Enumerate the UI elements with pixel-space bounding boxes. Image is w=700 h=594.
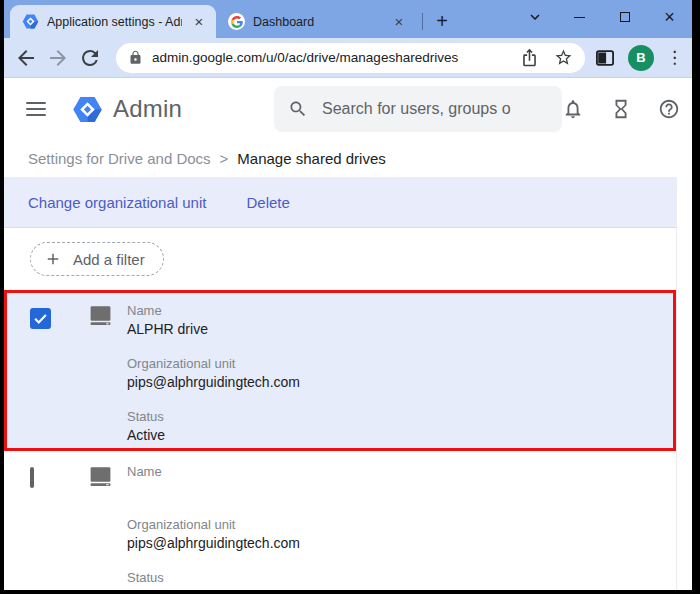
breadcrumb-current: Manage shared drives <box>237 150 385 167</box>
tab-admin-settings[interactable]: Application settings - Admin × <box>10 5 216 38</box>
help-icon[interactable] <box>658 98 680 120</box>
url-text: admin.google.com/u/0/ac/drive/manageshar… <box>152 50 505 65</box>
toolbar-right: B ⋮ <box>594 45 682 71</box>
close-window-button[interactable]: × <box>647 0 692 34</box>
forward-icon[interactable] <box>46 46 70 70</box>
shared-drive-icon <box>88 464 113 489</box>
scrollbar-track[interactable] <box>676 177 692 590</box>
breadcrumb: Settings for Drive and Docs > Manage sha… <box>4 140 692 177</box>
new-tab-button[interactable]: + <box>429 8 455 34</box>
google-favicon-icon <box>228 13 245 30</box>
window-controls: × <box>512 0 692 38</box>
status-value <box>127 588 300 590</box>
header-icons <box>562 98 680 120</box>
row-checkbox-checked[interactable] <box>30 308 51 329</box>
drive-icon-column <box>88 303 127 448</box>
checkbox-column <box>30 464 88 590</box>
tab-dashboard[interactable]: Dashboard × <box>216 5 416 38</box>
add-filter-label: Add a filter <box>73 251 145 268</box>
organizational-unit-field: Organizational unit pips@alphrguidingtec… <box>127 356 300 391</box>
delete-button[interactable]: Delete <box>246 194 289 211</box>
breadcrumb-separator: > <box>220 150 229 167</box>
profile-avatar[interactable]: B <box>628 45 654 71</box>
reload-icon[interactable] <box>78 46 102 70</box>
checkbox-column <box>30 303 88 448</box>
breadcrumb-parent[interactable]: Settings for Drive and Docs <box>28 150 211 167</box>
row-fields: Name ALPHR drive Organizational unit pip… <box>127 303 300 448</box>
organizational-unit-value: pips@alphrguidingtech.com <box>127 374 300 391</box>
row-fields: Name Organizational unit pips@alphrguidi… <box>127 464 300 590</box>
plus-icon <box>44 250 62 268</box>
status-field: Status Active <box>127 409 300 444</box>
name-field: Name <box>127 464 300 499</box>
address-bar[interactable]: admin.google.com/u/0/ac/drive/manageshar… <box>116 43 585 73</box>
chrome-menu-chevron-icon[interactable] <box>512 0 557 34</box>
drive-icon-column <box>88 464 127 590</box>
search-input[interactable]: Search for users, groups o <box>274 86 562 132</box>
status-field: Status <box>127 570 300 590</box>
status-value: Active <box>127 427 300 444</box>
maximize-button[interactable] <box>602 0 647 34</box>
shared-drive-icon <box>88 303 113 328</box>
bookmark-star-icon[interactable] <box>554 48 573 67</box>
name-value <box>127 482 300 499</box>
side-panel-icon[interactable] <box>594 47 616 69</box>
tab-title: Dashboard <box>253 15 382 29</box>
name-field: Name ALPHR drive <box>127 303 300 338</box>
organizational-unit-label: Organizational unit <box>127 356 300 371</box>
tab-close-icon[interactable]: × <box>390 13 408 31</box>
browser-toolbar: admin.google.com/u/0/ac/drive/manageshar… <box>4 38 692 78</box>
name-label: Name <box>127 303 300 318</box>
organizational-unit-value: pips@alphrguidingtech.com <box>127 535 300 552</box>
admin-header: Admin Search for users, groups o <box>4 78 692 140</box>
tab-close-icon[interactable]: × <box>190 13 208 31</box>
search-placeholder: Search for users, groups o <box>322 100 511 118</box>
tab-strip: Application settings - Admin × Dashboard… <box>4 0 692 38</box>
brand-name: Admin <box>113 95 182 123</box>
name-label: Name <box>127 464 300 479</box>
selection-action-bar: Change organizational unit Delete <box>4 177 676 227</box>
lock-icon <box>128 50 143 65</box>
organizational-unit-field: Organizational unit pips@alphrguidingtec… <box>127 517 300 552</box>
change-organizational-unit-button[interactable]: Change organizational unit <box>28 194 206 211</box>
admin-logo-icon <box>72 94 103 125</box>
tab-title: Application settings - Admin <box>47 15 182 29</box>
organizational-unit-label: Organizational unit <box>127 517 300 532</box>
browser-menu-icon[interactable]: ⋮ <box>666 47 682 68</box>
browser-window: Application settings - Admin × Dashboard… <box>4 0 692 590</box>
add-filter-button[interactable]: Add a filter <box>30 242 164 276</box>
notifications-bell-icon[interactable] <box>562 98 584 120</box>
check-icon <box>32 310 49 327</box>
share-icon[interactable] <box>520 48 539 67</box>
back-icon[interactable] <box>14 46 38 70</box>
admin-favicon-icon <box>22 13 39 30</box>
search-icon <box>288 99 308 119</box>
filter-bar: Add a filter <box>4 228 692 290</box>
name-value: ALPHR drive <box>127 321 300 338</box>
shared-drive-row[interactable]: Name Organizational unit pips@alphrguidi… <box>4 451 676 590</box>
tab-separator <box>422 13 423 30</box>
row-checkbox-unchecked[interactable] <box>30 467 34 488</box>
minimize-button[interactable] <box>557 0 602 34</box>
window-frame: Application settings - Admin × Dashboard… <box>0 0 700 594</box>
status-label: Status <box>127 409 300 424</box>
tasks-hourglass-icon[interactable] <box>610 98 632 120</box>
shared-drive-row[interactable]: Name ALPHR drive Organizational unit pip… <box>4 290 676 451</box>
status-label: Status <box>127 570 300 585</box>
main-menu-icon[interactable] <box>26 102 46 116</box>
